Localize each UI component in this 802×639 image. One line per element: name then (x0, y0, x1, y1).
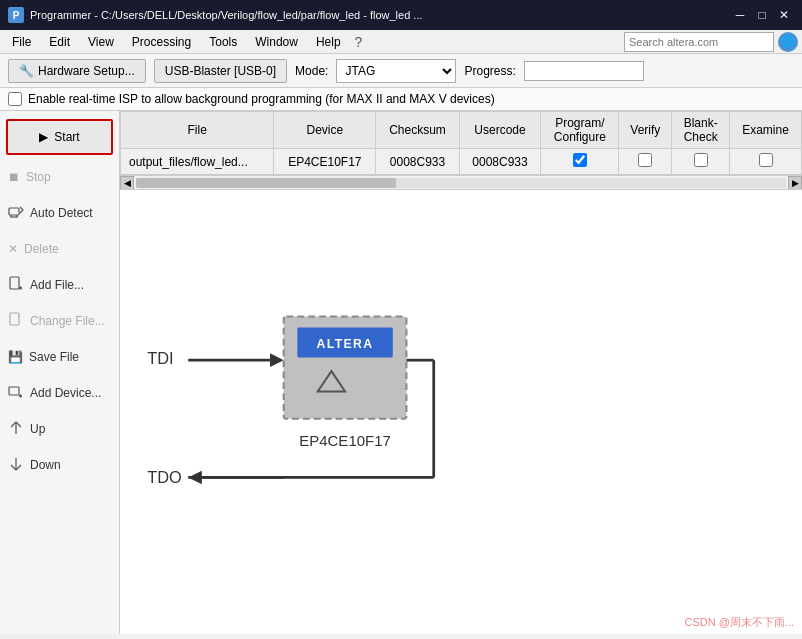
title-text: Programmer - C:/Users/DELL/Desktop/Veril… (30, 9, 724, 21)
examine-checkbox[interactable] (759, 153, 773, 167)
scroll-right-button[interactable]: ▶ (788, 176, 802, 190)
help-icon: ? (355, 34, 363, 50)
change-file-label: Change File... (30, 314, 105, 328)
table-area: File Device Checksum Usercode Program/Co… (120, 111, 802, 190)
add-file-icon (8, 276, 24, 295)
svg-line-13 (16, 422, 21, 427)
down-icon (8, 456, 24, 475)
col-verify: Verify (619, 112, 672, 149)
auto-detect-button[interactable]: Auto Detect (0, 195, 119, 231)
menu-processing[interactable]: Processing (124, 33, 199, 51)
col-file: File (121, 112, 274, 149)
stop-icon: ⏹ (8, 170, 20, 184)
add-device-label: Add Device... (30, 386, 101, 400)
mode-select[interactable]: JTAG AS PS (336, 59, 456, 83)
progress-label: Progress: (464, 64, 515, 78)
scroll-track[interactable] (136, 178, 786, 188)
down-button[interactable]: Down (0, 447, 119, 483)
cell-device: EP4CE10F17 (274, 149, 376, 175)
auto-detect-icon (8, 204, 24, 223)
up-icon (8, 420, 24, 439)
scroll-left-button[interactable]: ◀ (120, 176, 134, 190)
horizontal-scrollbar[interactable]: ◀ ▶ (120, 175, 802, 189)
down-label: Down (30, 458, 61, 472)
add-device-icon (8, 384, 24, 403)
isp-row: Enable real-time ISP to allow background… (0, 88, 802, 111)
minimize-button[interactable]: ─ (730, 5, 750, 25)
col-blank-check: Blank-Check (672, 112, 730, 149)
add-file-button[interactable]: Add File... (0, 267, 119, 303)
delete-icon: ✕ (8, 242, 18, 256)
isp-checkbox[interactable] (8, 92, 22, 106)
watermark: CSDN @周末不下雨... (684, 615, 794, 630)
delete-button[interactable]: ✕ Delete (0, 231, 119, 267)
sidebar: ▶ Start ⏹ Stop Auto Detect ✕ Delete (0, 111, 120, 634)
save-file-label: Save File (29, 350, 79, 364)
verify-checkbox[interactable] (638, 153, 652, 167)
col-examine: Examine (730, 112, 802, 149)
change-file-button[interactable]: Change File... (0, 303, 119, 339)
content-area: File Device Checksum Usercode Program/Co… (120, 111, 802, 634)
menu-view[interactable]: View (80, 33, 122, 51)
stop-label: Stop (26, 170, 51, 184)
cell-file: output_files/flow_led... (121, 149, 274, 175)
blank-check-checkbox[interactable] (694, 153, 708, 167)
globe-icon: 🌐 (778, 32, 798, 52)
tdo-label: TDO (147, 468, 182, 486)
tdi-label: TDI (147, 349, 173, 367)
delete-label: Delete (24, 242, 59, 256)
diagram-area: TDI ALTERA EP4CE10F17 (120, 190, 802, 634)
cell-examine[interactable] (730, 149, 802, 175)
hardware-device-label: USB-Blaster [USB-0] (165, 64, 276, 78)
main-layout: ▶ Start ⏹ Stop Auto Detect ✕ Delete (0, 111, 802, 634)
start-label: Start (54, 130, 79, 144)
up-button[interactable]: Up (0, 411, 119, 447)
change-file-icon (8, 312, 24, 331)
app-icon: P (8, 7, 24, 23)
cell-usercode: 0008C933 (459, 149, 541, 175)
start-button[interactable]: ▶ Start (6, 119, 113, 155)
menu-bar: File Edit View Processing Tools Window H… (0, 30, 802, 54)
window-controls[interactable]: ─ □ ✕ (730, 5, 794, 25)
svg-rect-4 (10, 277, 19, 289)
program-checkbox[interactable] (573, 153, 587, 167)
hardware-device-button[interactable]: USB-Blaster [USB-0] (154, 59, 287, 83)
col-usercode: Usercode (459, 112, 541, 149)
toolbar: 🔧 Hardware Setup... USB-Blaster [USB-0] … (0, 54, 802, 88)
add-file-label: Add File... (30, 278, 84, 292)
svg-rect-8 (9, 387, 19, 395)
chip-label: EP4CE10F17 (299, 432, 391, 449)
start-icon: ▶ (39, 130, 48, 144)
col-program: Program/Configure (541, 112, 619, 149)
jtag-svg-diagram: TDI ALTERA EP4CE10F17 (120, 190, 802, 634)
chip-logo-text: ALTERA (317, 337, 374, 351)
title-bar: P Programmer - C:/Users/DELL/Desktop/Ver… (0, 0, 802, 30)
add-device-button[interactable]: Add Device... (0, 375, 119, 411)
menu-tools[interactable]: Tools (201, 33, 245, 51)
cell-blank-check[interactable] (672, 149, 730, 175)
search-input[interactable] (624, 32, 774, 52)
cell-verify[interactable] (619, 149, 672, 175)
programmer-table: File Device Checksum Usercode Program/Co… (120, 111, 802, 175)
hardware-setup-button[interactable]: 🔧 Hardware Setup... (8, 59, 146, 83)
scroll-thumb[interactable] (136, 178, 396, 188)
svg-line-12 (11, 422, 16, 427)
maximize-button[interactable]: □ (752, 5, 772, 25)
close-button[interactable]: ✕ (774, 5, 794, 25)
save-file-button[interactable]: 💾 Save File (0, 339, 119, 375)
cell-program[interactable] (541, 149, 619, 175)
stop-button[interactable]: ⏹ Stop (0, 159, 119, 195)
svg-rect-7 (10, 313, 19, 325)
up-label: Up (30, 422, 45, 436)
table-row: output_files/flow_led... EP4CE10F17 0008… (121, 149, 802, 175)
hardware-icon: 🔧 (19, 64, 34, 78)
menu-window[interactable]: Window (247, 33, 306, 51)
menu-file[interactable]: File (4, 33, 39, 51)
col-checksum: Checksum (376, 112, 459, 149)
mode-label: Mode: (295, 64, 328, 78)
isp-label: Enable real-time ISP to allow background… (28, 92, 495, 106)
tdi-arrowhead (270, 353, 284, 367)
menu-help[interactable]: Help (308, 33, 349, 51)
cell-checksum: 0008C933 (376, 149, 459, 175)
menu-edit[interactable]: Edit (41, 33, 78, 51)
